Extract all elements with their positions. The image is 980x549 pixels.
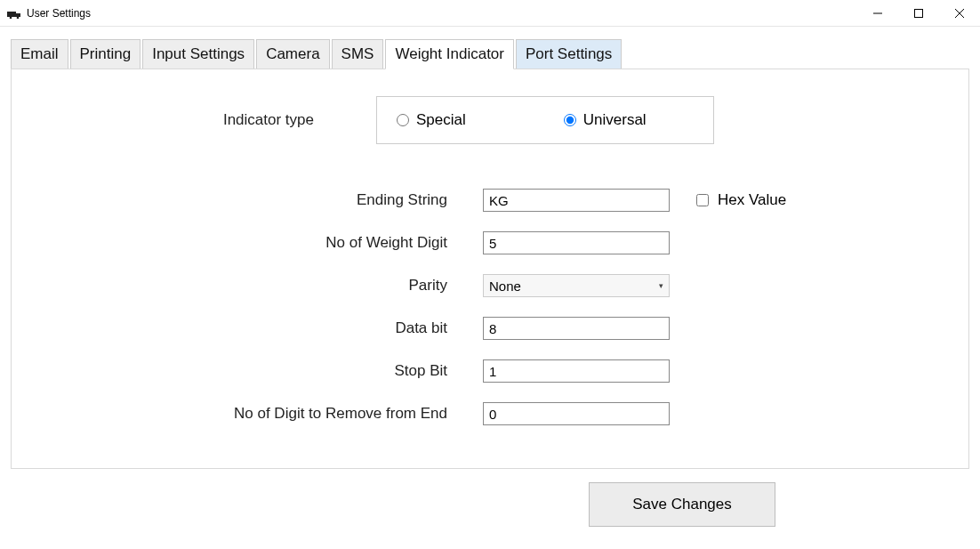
ending-string-label: Ending String — [38, 191, 483, 209]
stop-bit-row: Stop Bit — [38, 359, 942, 383]
weight-digit-label: No of Weight Digit — [38, 234, 483, 252]
hex-value-label: Hex Value — [718, 191, 786, 209]
svg-point-3 — [17, 16, 20, 18]
indicator-type-label: Indicator type — [38, 111, 376, 129]
parity-value: None — [489, 279, 521, 294]
settings-panel: Indicator type Special Universal Ending … — [11, 69, 969, 469]
tab-input-settings[interactable]: Input Settings — [142, 39, 254, 69]
ending-string-input[interactable] — [483, 189, 670, 212]
save-row: Save Changes — [0, 482, 980, 527]
parity-label: Parity — [38, 277, 483, 295]
close-button[interactable] — [939, 0, 980, 26]
data-bit-input[interactable] — [483, 317, 670, 340]
tab-strip: Email Printing Input Settings Camera SMS… — [0, 27, 980, 69]
tab-email[interactable]: Email — [11, 39, 68, 69]
radio-universal-label: Universal — [583, 111, 647, 129]
parity-select[interactable]: None ▾ — [483, 274, 670, 297]
window-controls — [857, 0, 980, 26]
remove-end-input[interactable] — [483, 402, 670, 425]
remove-end-row: No of Digit to Remove from End — [38, 402, 942, 425]
maximize-button[interactable] — [898, 0, 939, 26]
radio-universal[interactable]: Universal — [564, 111, 647, 129]
tab-printing[interactable]: Printing — [70, 39, 141, 69]
svg-point-2 — [10, 16, 12, 18]
radio-universal-input[interactable] — [564, 114, 576, 126]
hex-value-input[interactable] — [696, 194, 709, 206]
titlebar: User Settings — [0, 0, 980, 27]
stop-bit-input[interactable] — [483, 359, 670, 383]
data-bit-row: Data bit — [38, 317, 942, 340]
ending-string-row: Ending String Hex Value — [38, 189, 942, 212]
weight-digit-row: No of Weight Digit — [38, 231, 942, 254]
parity-row: Parity None ▾ — [38, 274, 942, 297]
indicator-type-row: Indicator type Special Universal — [38, 96, 942, 144]
tab-weight-indicator[interactable]: Weight Indicator — [385, 39, 514, 69]
tab-camera[interactable]: Camera — [256, 39, 329, 69]
app-icon — [7, 8, 21, 19]
chevron-down-icon: ▾ — [659, 281, 663, 290]
svg-rect-1 — [16, 13, 20, 17]
radio-special-label: Special — [416, 111, 466, 129]
svg-rect-0 — [7, 12, 16, 17]
remove-end-label: No of Digit to Remove from End — [38, 404, 483, 423]
minimize-button[interactable] — [857, 0, 898, 26]
save-button[interactable]: Save Changes — [589, 482, 775, 527]
weight-digit-input[interactable] — [483, 231, 670, 254]
hex-value-checkbox[interactable]: Hex Value — [696, 191, 786, 209]
window-title: User Settings — [27, 7, 857, 20]
indicator-type-group: Special Universal — [376, 96, 714, 144]
data-bit-label: Data bit — [38, 319, 483, 337]
tab-port-settings[interactable]: Port Settings — [516, 39, 622, 69]
radio-special-input[interactable] — [397, 114, 409, 126]
stop-bit-label: Stop Bit — [38, 362, 483, 380]
svg-rect-5 — [915, 9, 923, 17]
tab-sms[interactable]: SMS — [332, 39, 384, 69]
radio-special[interactable]: Special — [397, 111, 466, 129]
